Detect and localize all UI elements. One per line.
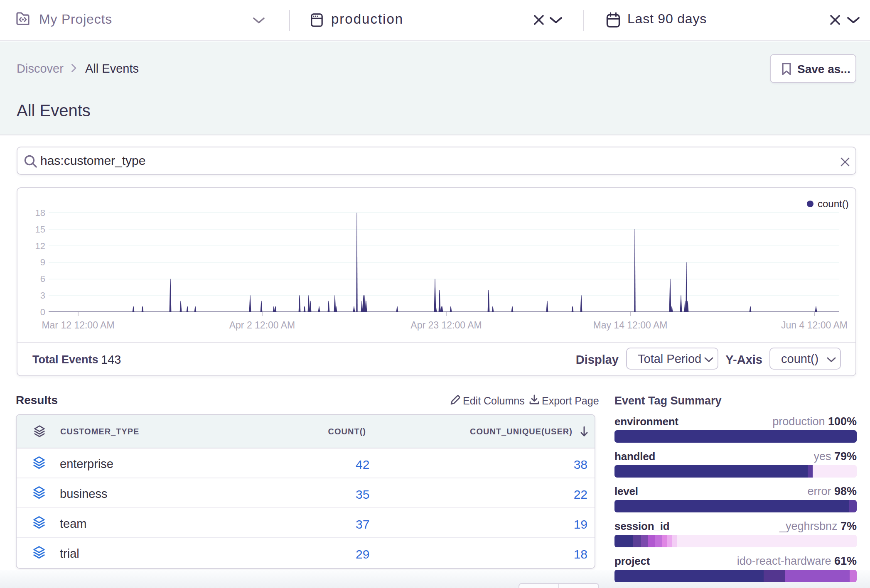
svg-text:Mar 12 12:00 AM: Mar 12 12:00 AM: [42, 320, 114, 331]
svg-text:15: 15: [35, 224, 45, 235]
svg-text:3: 3: [40, 290, 45, 301]
svg-text:18: 18: [35, 208, 45, 218]
svg-text:6: 6: [40, 274, 45, 284]
svg-text:May 14 12:00 AM: May 14 12:00 AM: [593, 320, 668, 331]
svg-text:Apr 2 12:00 AM: Apr 2 12:00 AM: [229, 320, 295, 331]
svg-text:12: 12: [35, 241, 45, 251]
svg-text:9: 9: [40, 257, 45, 267]
svg-text:Jun 4 12:00 AM: Jun 4 12:00 AM: [781, 320, 848, 331]
svg-text:Apr 23 12:00 AM: Apr 23 12:00 AM: [410, 320, 482, 331]
svg-text:count(): count(): [818, 198, 849, 209]
svg-text:0: 0: [40, 307, 45, 317]
